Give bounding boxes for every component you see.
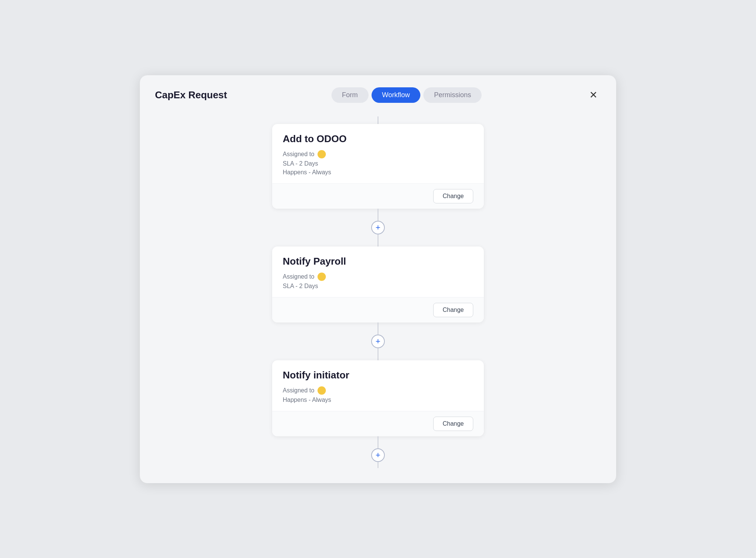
- card-body-2: Notify Payroll Assigned to SLA - 2 Days: [272, 246, 484, 297]
- connector-line-6: [378, 462, 378, 468]
- assigned-label-3: Assigned to: [283, 387, 314, 394]
- tab-permissions[interactable]: Permissions: [423, 87, 482, 103]
- card-add-to-odoo: Add to ODOO Assigned to SLA - 2 Days Hap…: [272, 124, 484, 209]
- change-button-2[interactable]: Change: [433, 303, 473, 317]
- modal-header: CapEx Request Form Workflow Permissions …: [155, 87, 601, 103]
- avatar-1: [318, 150, 326, 158]
- modal: CapEx Request Form Workflow Permissions …: [140, 75, 616, 483]
- card-title-3: Notify initiator: [283, 369, 473, 381]
- happens-row-3: Happens - Always: [283, 397, 473, 403]
- change-button-3[interactable]: Change: [433, 417, 473, 431]
- add-step-button-1[interactable]: +: [371, 221, 385, 234]
- connector-line-1: [378, 209, 378, 221]
- card-title-2: Notify Payroll: [283, 256, 473, 267]
- assigned-label-1: Assigned to: [283, 151, 314, 158]
- card-meta-1: Assigned to SLA - 2 Days Happens - Alway…: [283, 150, 473, 176]
- assigned-label-2: Assigned to: [283, 273, 314, 280]
- connector-line-4: [378, 348, 378, 360]
- card-meta-2: Assigned to SLA - 2 Days: [283, 273, 473, 290]
- card-meta-3: Assigned to Happens - Always: [283, 386, 473, 403]
- sla-row-1: SLA - 2 Days: [283, 160, 473, 167]
- card-footer-1: Change: [272, 183, 484, 209]
- card-body-1: Add to ODOO Assigned to SLA - 2 Days Hap…: [272, 124, 484, 183]
- tab-workflow[interactable]: Workflow: [372, 87, 421, 103]
- connector-line-2: [378, 234, 378, 246]
- happens-label-1: Happens - Always: [283, 169, 331, 176]
- card-title-1: Add to ODOO: [283, 133, 473, 145]
- connector-line-top: [378, 116, 378, 124]
- avatar-3: [318, 386, 326, 395]
- happens-label-3: Happens - Always: [283, 397, 331, 403]
- modal-title: CapEx Request: [155, 89, 227, 101]
- connector-line-3: [378, 322, 378, 335]
- assigned-row-3: Assigned to: [283, 386, 473, 395]
- card-notify-initiator: Notify initiator Assigned to Happens - A…: [272, 360, 484, 436]
- assigned-row-2: Assigned to: [283, 273, 473, 281]
- card-footer-3: Change: [272, 411, 484, 436]
- sla-label-2: SLA - 2 Days: [283, 283, 318, 290]
- add-step-button-3[interactable]: +: [371, 448, 385, 462]
- add-step-button-2[interactable]: +: [371, 335, 385, 348]
- tab-form[interactable]: Form: [332, 87, 369, 103]
- sla-row-2: SLA - 2 Days: [283, 283, 473, 290]
- happens-row-1: Happens - Always: [283, 169, 473, 176]
- avatar-2: [318, 273, 326, 281]
- assigned-row-1: Assigned to: [283, 150, 473, 158]
- close-button[interactable]: ✕: [586, 87, 601, 102]
- card-body-3: Notify initiator Assigned to Happens - A…: [272, 360, 484, 411]
- card-footer-2: Change: [272, 297, 484, 322]
- card-notify-payroll: Notify Payroll Assigned to SLA - 2 Days …: [272, 246, 484, 322]
- change-button-1[interactable]: Change: [433, 189, 473, 203]
- workflow-content: Add to ODOO Assigned to SLA - 2 Days Hap…: [155, 113, 601, 468]
- tabs-container: Form Workflow Permissions: [332, 87, 482, 103]
- sla-label-1: SLA - 2 Days: [283, 160, 318, 167]
- connector-line-5: [378, 436, 378, 448]
